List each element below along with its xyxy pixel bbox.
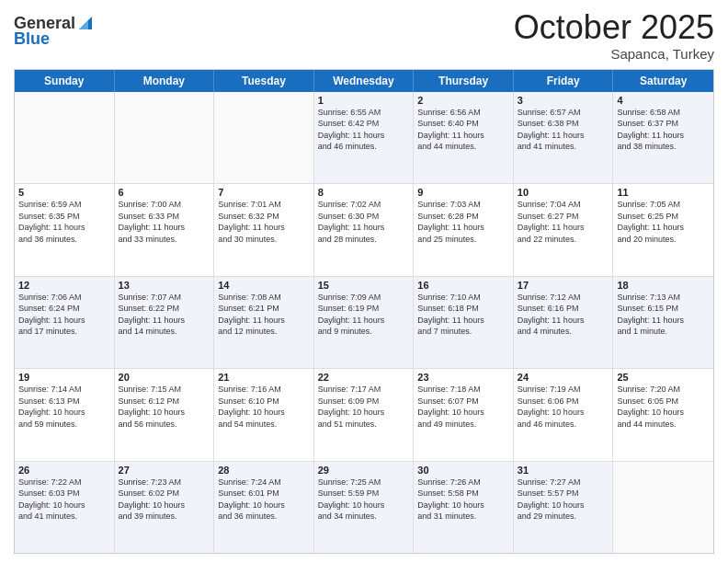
day-cell-20: 20Sunrise: 7:15 AM Sunset: 6:12 PM Dayli… [115, 369, 215, 460]
day-header-saturday: Saturday [613, 70, 713, 92]
calendar-header: SundayMondayTuesdayWednesdayThursdayFrid… [15, 70, 713, 92]
day-number: 20 [119, 372, 210, 383]
logo-text: General Blue [14, 13, 96, 49]
day-cell-3: 3Sunrise: 6:57 AM Sunset: 6:38 PM Daylig… [514, 92, 614, 183]
day-info: Sunrise: 7:09 AM Sunset: 6:19 PM Dayligh… [318, 292, 410, 338]
day-info: Sunrise: 7:04 AM Sunset: 6:27 PM Dayligh… [518, 199, 609, 245]
empty-cell [115, 92, 215, 183]
day-number: 5 [18, 187, 110, 198]
day-number: 4 [617, 95, 710, 106]
day-cell-18: 18Sunrise: 7:13 AM Sunset: 6:15 PM Dayli… [613, 277, 713, 368]
day-cell-31: 31Sunrise: 7:27 AM Sunset: 5:57 PM Dayli… [514, 462, 614, 553]
day-cell-11: 11Sunrise: 7:05 AM Sunset: 6:25 PM Dayli… [613, 184, 713, 275]
day-number: 10 [518, 187, 609, 198]
day-cell-14: 14Sunrise: 7:08 AM Sunset: 6:21 PM Dayli… [214, 277, 314, 368]
day-cell-12: 12Sunrise: 7:06 AM Sunset: 6:24 PM Dayli… [15, 277, 115, 368]
day-number: 16 [417, 280, 509, 291]
day-number: 23 [417, 372, 509, 383]
day-number: 14 [218, 280, 310, 291]
day-number: 9 [417, 187, 509, 198]
day-number: 11 [617, 187, 710, 198]
day-info: Sunrise: 7:12 AM Sunset: 6:16 PM Dayligh… [518, 292, 609, 338]
day-info: Sunrise: 7:20 AM Sunset: 6:05 PM Dayligh… [617, 384, 710, 430]
day-cell-15: 15Sunrise: 7:09 AM Sunset: 6:19 PM Dayli… [314, 277, 415, 368]
day-info: Sunrise: 7:27 AM Sunset: 5:57 PM Dayligh… [518, 477, 609, 523]
day-cell-13: 13Sunrise: 7:07 AM Sunset: 6:22 PM Dayli… [115, 277, 215, 368]
day-number: 19 [18, 372, 110, 383]
day-number: 29 [318, 465, 410, 476]
day-header-tuesday: Tuesday [214, 70, 314, 92]
day-info: Sunrise: 7:14 AM Sunset: 6:13 PM Dayligh… [18, 384, 110, 430]
day-number: 31 [518, 465, 609, 476]
day-cell-19: 19Sunrise: 7:14 AM Sunset: 6:13 PM Dayli… [15, 369, 115, 460]
calendar-row-3: 12Sunrise: 7:06 AM Sunset: 6:24 PM Dayli… [15, 277, 713, 369]
day-cell-24: 24Sunrise: 7:19 AM Sunset: 6:06 PM Dayli… [514, 369, 614, 460]
day-number: 22 [318, 372, 410, 383]
day-cell-21: 21Sunrise: 7:16 AM Sunset: 6:10 PM Dayli… [214, 369, 314, 460]
day-info: Sunrise: 7:24 AM Sunset: 6:01 PM Dayligh… [218, 477, 310, 523]
day-cell-6: 6Sunrise: 7:00 AM Sunset: 6:33 PM Daylig… [115, 184, 215, 275]
calendar-row-1: 1Sunrise: 6:55 AM Sunset: 6:42 PM Daylig… [15, 92, 713, 184]
day-cell-10: 10Sunrise: 7:04 AM Sunset: 6:27 PM Dayli… [514, 184, 614, 275]
day-info: Sunrise: 7:08 AM Sunset: 6:21 PM Dayligh… [218, 292, 310, 338]
day-header-monday: Monday [115, 70, 215, 92]
day-info: Sunrise: 7:00 AM Sunset: 6:33 PM Dayligh… [119, 199, 210, 245]
day-info: Sunrise: 7:10 AM Sunset: 6:18 PM Dayligh… [417, 292, 509, 338]
month-title: October 2025 [514, 9, 714, 46]
day-number: 1 [318, 95, 410, 106]
empty-cell [613, 462, 713, 553]
day-info: Sunrise: 7:18 AM Sunset: 6:07 PM Dayligh… [417, 384, 509, 430]
day-cell-4: 4Sunrise: 6:58 AM Sunset: 6:37 PM Daylig… [613, 92, 713, 183]
day-cell-26: 26Sunrise: 7:22 AM Sunset: 6:03 PM Dayli… [15, 462, 115, 553]
calendar-row-2: 5Sunrise: 6:59 AM Sunset: 6:35 PM Daylig… [15, 184, 713, 276]
day-number: 17 [518, 280, 609, 291]
day-header-thursday: Thursday [414, 70, 514, 92]
day-cell-30: 30Sunrise: 7:26 AM Sunset: 5:58 PM Dayli… [414, 462, 514, 553]
header: General Blue October 2025 Sapanca, Turke… [14, 9, 714, 62]
calendar-body: 1Sunrise: 6:55 AM Sunset: 6:42 PM Daylig… [15, 92, 713, 553]
day-header-wednesday: Wednesday [314, 70, 415, 92]
day-number: 8 [318, 187, 410, 198]
logo: General Blue [14, 13, 96, 49]
day-info: Sunrise: 7:13 AM Sunset: 6:15 PM Dayligh… [617, 292, 710, 338]
day-number: 13 [119, 280, 210, 291]
day-number: 27 [119, 465, 210, 476]
day-cell-28: 28Sunrise: 7:24 AM Sunset: 6:01 PM Dayli… [214, 462, 314, 553]
empty-cell [214, 92, 314, 183]
day-cell-23: 23Sunrise: 7:18 AM Sunset: 6:07 PM Dayli… [414, 369, 514, 460]
title-block: October 2025 Sapanca, Turkey [514, 9, 714, 62]
day-cell-25: 25Sunrise: 7:20 AM Sunset: 6:05 PM Dayli… [613, 369, 713, 460]
day-number: 12 [18, 280, 110, 291]
day-info: Sunrise: 7:03 AM Sunset: 6:28 PM Dayligh… [417, 199, 509, 245]
day-info: Sunrise: 7:22 AM Sunset: 6:03 PM Dayligh… [18, 477, 110, 523]
day-number: 3 [518, 95, 609, 106]
day-cell-7: 7Sunrise: 7:01 AM Sunset: 6:32 PM Daylig… [214, 184, 314, 275]
day-info: Sunrise: 7:19 AM Sunset: 6:06 PM Dayligh… [518, 384, 609, 430]
day-info: Sunrise: 7:15 AM Sunset: 6:12 PM Dayligh… [119, 384, 210, 430]
day-info: Sunrise: 6:59 AM Sunset: 6:35 PM Dayligh… [18, 199, 110, 245]
day-number: 25 [617, 372, 710, 383]
day-info: Sunrise: 6:58 AM Sunset: 6:37 PM Dayligh… [617, 107, 710, 153]
svg-marker-1 [79, 20, 88, 29]
logo-icon [75, 13, 96, 33]
day-header-sunday: Sunday [15, 70, 115, 92]
location-subtitle: Sapanca, Turkey [514, 46, 714, 62]
day-cell-17: 17Sunrise: 7:12 AM Sunset: 6:16 PM Dayli… [514, 277, 614, 368]
day-number: 7 [218, 187, 310, 198]
calendar: SundayMondayTuesdayWednesdayThursdayFrid… [14, 69, 714, 554]
day-cell-29: 29Sunrise: 7:25 AM Sunset: 5:59 PM Dayli… [314, 462, 415, 553]
day-cell-2: 2Sunrise: 6:56 AM Sunset: 6:40 PM Daylig… [414, 92, 514, 183]
day-number: 15 [318, 280, 410, 291]
day-info: Sunrise: 7:23 AM Sunset: 6:02 PM Dayligh… [119, 477, 210, 523]
day-info: Sunrise: 7:05 AM Sunset: 6:25 PM Dayligh… [617, 199, 710, 245]
day-info: Sunrise: 6:56 AM Sunset: 6:40 PM Dayligh… [417, 107, 509, 153]
page: General Blue October 2025 Sapanca, Turke… [0, 0, 728, 563]
day-cell-8: 8Sunrise: 7:02 AM Sunset: 6:30 PM Daylig… [314, 184, 415, 275]
day-cell-9: 9Sunrise: 7:03 AM Sunset: 6:28 PM Daylig… [414, 184, 514, 275]
day-info: Sunrise: 7:16 AM Sunset: 6:10 PM Dayligh… [218, 384, 310, 430]
day-cell-1: 1Sunrise: 6:55 AM Sunset: 6:42 PM Daylig… [314, 92, 415, 183]
day-cell-27: 27Sunrise: 7:23 AM Sunset: 6:02 PM Dayli… [115, 462, 215, 553]
day-info: Sunrise: 7:17 AM Sunset: 6:09 PM Dayligh… [318, 384, 410, 430]
day-info: Sunrise: 7:25 AM Sunset: 5:59 PM Dayligh… [318, 477, 410, 523]
day-number: 26 [18, 465, 110, 476]
